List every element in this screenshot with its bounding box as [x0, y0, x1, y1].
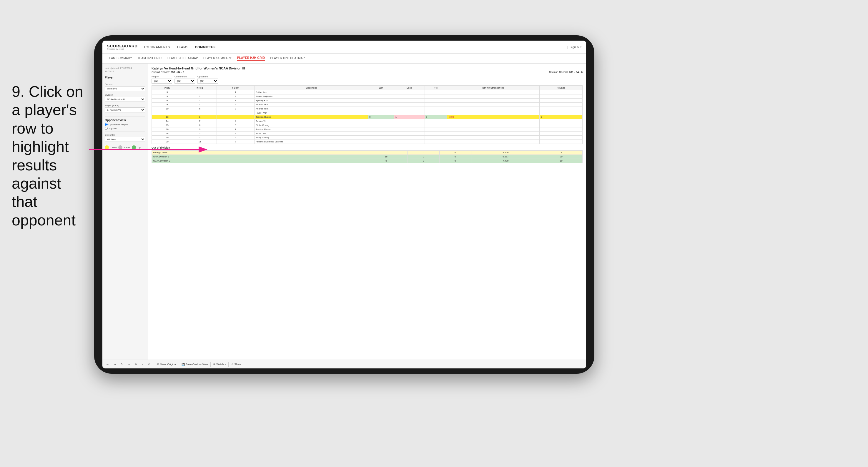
table-row[interactable]: 19 10 6 Emily Chang [152, 136, 583, 140]
nav-teams[interactable]: TEAMS [177, 45, 188, 49]
watch-button[interactable]: 👁 Watch ▾ [213, 363, 226, 366]
add-button[interactable]: ⊕ [133, 362, 138, 366]
division-select[interactable]: NCAA Division III [105, 97, 145, 102]
colour-section: Colour by Win/loss Down Level Up [105, 133, 145, 150]
redo-button[interactable]: ↪ [113, 362, 117, 366]
table-row[interactable]: 15 8 5 Stella Chang [152, 123, 583, 127]
out-div-row-ncaa2[interactable]: NCAA Division 2 5 0 0 7.400 10 [152, 159, 583, 163]
table-row[interactable]: 6 1 3 Sydney Kuo [152, 99, 583, 103]
nav-tournaments[interactable]: TOURNAMENTS [144, 45, 170, 49]
left-panel: Last Updated: 27/03/2024 16:55:28 Player… [102, 64, 148, 360]
table-row[interactable]: 9 1 4 Sharon Mun [152, 103, 583, 107]
radio-opponents-played[interactable]: Opponents Played [105, 123, 145, 126]
cell-conf: 1 [217, 90, 254, 94]
cell-conf: 6 [217, 136, 254, 140]
highlighted-row-jessica-huang[interactable]: 13 1 Jessica Huang 0 1 0 -3.00 2 [152, 115, 583, 119]
cell-reg: 6 [183, 107, 217, 111]
cell-name: Haeji Hyun [254, 111, 368, 115]
cell-diff [447, 107, 539, 111]
table-row[interactable]: Haeji Hyun [152, 111, 583, 115]
cell-div: 5 [152, 94, 183, 99]
out-division-title: Out of division [152, 146, 583, 149]
cell-win [368, 140, 394, 144]
clock-button[interactable]: ⊙ [147, 362, 152, 366]
cell-name: Sharon Mun [254, 103, 368, 107]
cell-name: NCAA Division 2 [152, 159, 365, 163]
cell-tie [425, 127, 447, 131]
col-win: Win [368, 86, 394, 90]
gender-select[interactable]: Women's [105, 86, 145, 91]
cell-diff [447, 99, 539, 103]
cell-tie: 0 [439, 151, 471, 155]
minus-button[interactable]: − [141, 362, 145, 366]
share-button[interactable]: ↗ Share [231, 363, 241, 366]
table-row[interactable]: 3 1 Esther Lee [152, 90, 583, 94]
table-row[interactable]: 10 6 3 Andrea York [152, 107, 583, 111]
cut-button[interactable]: ✂ [126, 362, 131, 366]
undo-button[interactable]: ↩ [105, 362, 110, 366]
cell-tie [425, 99, 447, 103]
cell-div: 20 [152, 140, 183, 144]
cell-reg: 2 [183, 94, 217, 99]
cell-rounds [539, 119, 583, 123]
cell-name: Euna Lee [254, 131, 368, 136]
region-select[interactable]: (All) [152, 79, 172, 84]
view-original-button[interactable]: 👁 View: Original [157, 363, 176, 366]
tab-player-h2h-heatmap[interactable]: PLAYER H2H HEATMAP [270, 57, 305, 60]
tab-player-h2h-grid[interactable]: PLAYER H2H GRID [237, 56, 265, 61]
table-row[interactable]: 20 11 7 Federica Domecq Lacroze [152, 140, 583, 144]
cell-tie [425, 119, 447, 123]
cell-tie [425, 94, 447, 99]
dot-up [132, 145, 136, 150]
cell-conf: 4 [217, 119, 254, 123]
col-conf: # Conf [217, 86, 254, 90]
refresh-button[interactable]: ⟳ [120, 362, 124, 366]
cell-tie [425, 90, 447, 94]
cell-name: Esther Lee [254, 90, 368, 94]
nav-links: TOURNAMENTS TEAMS COMMITTEE [144, 45, 567, 49]
cell-loss [394, 136, 425, 140]
colour-select[interactable]: Win/loss [105, 137, 145, 142]
cell-reg: 7 [183, 119, 217, 123]
division-label: Division [105, 94, 145, 96]
cell-loss [394, 140, 425, 144]
cell-rounds: 2 [539, 115, 583, 119]
tab-team-summary[interactable]: TEAM SUMMARY [107, 57, 132, 60]
tablet-frame: SCOREBOARD Powered by clippd TOURNAMENTS… [94, 35, 594, 374]
opponent-filter: Opponent (All) [197, 75, 218, 84]
cell-name: Emily Chang [254, 136, 368, 140]
tab-team-h2h-heatmap[interactable]: TEAM H2H HEATMAP [167, 57, 198, 60]
player-rank-select[interactable]: 8. Katelyn Vo [105, 107, 145, 113]
sign-out-button[interactable]: Sign out [570, 45, 581, 49]
gender-label: Gender [105, 83, 145, 86]
out-div-row-foreign[interactable]: Foreign Team 1 0 0 4.500 2 [152, 151, 583, 155]
region-label: Region [152, 75, 172, 78]
table-row[interactable]: 16 9 1 Jessica Mason [152, 127, 583, 131]
cell-loss [394, 119, 425, 123]
tab-team-h2h-grid[interactable]: TEAM H2H GRID [137, 57, 161, 60]
radio-top100[interactable]: Top 100 [105, 127, 145, 130]
cell-name: Foreign Team [152, 151, 365, 155]
save-custom-view-button[interactable]: 💾 Save Custom View [182, 363, 208, 366]
cell-tie [425, 103, 447, 107]
overall-record: Overall Record: 353 - 34 - 6 [152, 71, 184, 73]
cell-conf: 3 [217, 99, 254, 103]
opponent-select[interactable]: (All) [197, 79, 218, 84]
nav-committee[interactable]: COMMITTEE [195, 45, 216, 49]
cell-tie: 0 [439, 155, 471, 159]
cell-loss [394, 107, 425, 111]
conference-select[interactable]: (All) [175, 79, 195, 84]
cell-rounds: 30 [540, 155, 582, 159]
table-row[interactable]: 5 2 2 Alexis Sudjianto [152, 94, 583, 99]
cell-tie [425, 111, 447, 115]
cell-reg: 1 [183, 99, 217, 103]
cell-rounds [539, 127, 583, 131]
tab-player-summary[interactable]: PLAYER SUMMARY [203, 57, 232, 60]
cell-diff [447, 94, 539, 99]
table-row[interactable]: 18 2 2 Euna Lee [152, 131, 583, 136]
cell-rounds [539, 99, 583, 103]
cell-loss [394, 111, 425, 115]
table-row[interactable]: 14 7 4 Eunice Yi [152, 119, 583, 123]
col-reg: # Reg [183, 86, 217, 90]
out-div-row-naia1[interactable]: NAIA Division 1 15 0 0 9.267 30 [152, 155, 583, 159]
